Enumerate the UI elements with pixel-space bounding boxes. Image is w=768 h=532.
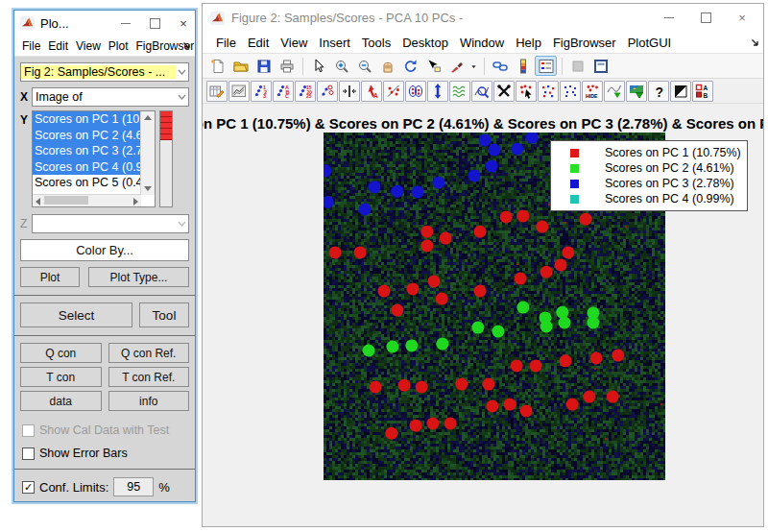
select-button[interactable]: Select (20, 302, 132, 327)
open-file-icon[interactable] (229, 56, 252, 76)
smooth-waves-icon[interactable] (449, 81, 470, 102)
divider (14, 295, 195, 296)
plotgui-titlebar[interactable]: Plo... × (14, 11, 195, 36)
menu-desktop[interactable]: Desktop (396, 34, 454, 52)
checkbox-checked-icon[interactable]: ✓ (22, 481, 35, 494)
view-table-icon[interactable] (206, 81, 228, 102)
scrollbar-thumb[interactable] (44, 196, 88, 205)
print-icon[interactable] (276, 56, 298, 76)
brush-icon[interactable] (445, 56, 468, 76)
scatter-classes-icon[interactable] (538, 81, 559, 102)
select-points-icon[interactable] (516, 81, 537, 102)
y-list-item[interactable]: Scores on PC 1 (10.75%) (33, 111, 141, 128)
x-axis-label: X (20, 87, 32, 104)
color-by-button[interactable]: Color By... (20, 239, 189, 261)
pan-icon[interactable] (376, 56, 398, 76)
selection-indicator-strip[interactable] (159, 110, 173, 207)
scale-y-icon[interactable] (427, 81, 448, 102)
maximize-button[interactable] (700, 12, 711, 24)
y-list-item[interactable]: Scores on PC 4 (0.99%) (33, 159, 141, 176)
axis-snap-icon[interactable] (339, 81, 360, 102)
figure-titlebar[interactable]: Figure 2: Samples/Scores - PCA 10 PCs - … (203, 4, 763, 32)
new-file-icon[interactable] (206, 56, 228, 76)
menu-edit[interactable]: Edit (44, 37, 72, 55)
class-split-icon[interactable] (383, 81, 404, 102)
close-button[interactable]: × (736, 12, 748, 24)
y-list-item[interactable]: Scores on PC 2 (4.61%) (33, 128, 141, 144)
q-con-ref-button[interactable]: Q con Ref. (108, 343, 190, 363)
minimize-button[interactable] (120, 17, 132, 29)
info-button[interactable]: info (108, 391, 190, 411)
data-cursor-icon[interactable] (422, 56, 444, 76)
scroll-down-icon[interactable] (144, 186, 152, 191)
menu-help[interactable]: Help (510, 34, 547, 52)
plot-legend[interactable]: Scores on PC 1 (10.75%)Scores on PC 2 (4… (550, 140, 748, 211)
y-list-item[interactable]: Scores on PC 5 (0.48%) (33, 175, 141, 191)
scroll-up-icon[interactable] (144, 115, 152, 120)
reduce-line-icon[interactable] (604, 81, 625, 102)
y-axis-listbox[interactable]: Scores on PC 1 (10.75%)Scores on PC 2 (4… (32, 110, 156, 207)
rotate-3d-icon[interactable] (399, 56, 421, 76)
plot-button[interactable]: Plot (20, 267, 80, 287)
divider (14, 335, 195, 336)
label-numbers-icon[interactable]: 123 (251, 81, 272, 102)
figure-selector-dropdown[interactable]: Fig 2: Samples/Scores - ... (20, 62, 189, 82)
scatter-points-icon[interactable] (560, 81, 581, 102)
scroll-left-icon[interactable] (36, 198, 40, 206)
menu-tools[interactable]: Tools (356, 34, 396, 52)
insert-legend-icon[interactable] (535, 56, 557, 76)
minimize-button[interactable] (663, 12, 675, 24)
class-assign-icon[interactable]: AB (692, 81, 713, 102)
close-button[interactable]: × (178, 17, 189, 29)
chevron-down-icon (176, 217, 188, 230)
plot-type-button[interactable]: Plot Type... (88, 267, 189, 287)
scroll-right-icon[interactable] (133, 198, 138, 206)
menu-file[interactable]: File (18, 37, 44, 55)
pointer-icon[interactable] (307, 56, 329, 76)
vertical-scrollbar[interactable] (140, 111, 155, 195)
peak-zoom-icon[interactable] (471, 81, 492, 102)
figure-window: Figure 2: Samples/Scores - PCA 10 PCs - … (202, 3, 764, 527)
q-con-button[interactable]: Q con (20, 343, 102, 363)
horizontal-scrollbar[interactable] (33, 194, 141, 206)
zoom-out-icon[interactable] (353, 56, 375, 76)
menu-window[interactable]: Window (454, 34, 510, 52)
maximize-button[interactable] (149, 17, 160, 29)
tool-button[interactable]: Tool (139, 302, 189, 327)
edit-plot-icon[interactable] (228, 81, 250, 102)
zoom-in-icon[interactable] (330, 56, 352, 76)
t-con-button[interactable]: T con (20, 367, 102, 387)
label-symbols-icon[interactable] (317, 81, 338, 102)
menu-plotgui[interactable]: PlotGUI (622, 34, 678, 52)
data-button[interactable]: data (20, 391, 102, 411)
link-plot-icon[interactable] (489, 56, 511, 76)
checkbox-icon[interactable] (22, 447, 35, 460)
annotate-pin-icon[interactable]: A (361, 81, 382, 102)
menu-view[interactable]: View (275, 34, 313, 52)
conf-limits-field[interactable]: 95 (113, 477, 154, 496)
menu-file[interactable]: File (210, 34, 242, 52)
reduce-image-icon[interactable] (626, 81, 647, 102)
show-error-bars-checkbox-row[interactable]: Show Error Bars (22, 444, 189, 463)
insert-colorbar-icon[interactable] (512, 56, 534, 76)
help-icon[interactable]: ? (648, 81, 669, 102)
class-ellipses-icon[interactable] (405, 81, 426, 102)
dock-figure-icon[interactable] (589, 56, 612, 76)
hide-excluded-icon[interactable]: HIDE (582, 81, 603, 102)
menu-figbrowser[interactable]: FigBrowser (547, 34, 622, 52)
menu-overflow-icon[interactable] (751, 36, 759, 50)
label-letters-icon[interactable]: ABC (273, 81, 294, 102)
y-list-item[interactable]: Scores on PC 3 (2.78%) (33, 143, 141, 159)
t-con-ref-button[interactable]: T con Ref. (108, 367, 190, 387)
menu-overflow-icon[interactable] (182, 39, 191, 53)
menu-edit[interactable]: Edit (242, 34, 275, 52)
menu-plot[interactable]: Plot (105, 37, 132, 55)
contrast-icon[interactable] (670, 81, 691, 102)
menu-insert[interactable]: Insert (313, 34, 356, 52)
label-values-icon[interactable]: 152025 (295, 81, 316, 102)
x-axis-dropdown[interactable]: Image of (32, 87, 189, 107)
save-icon[interactable] (252, 56, 275, 76)
brush-dropdown-icon[interactable] (468, 56, 479, 76)
tools-icon[interactable] (493, 81, 515, 102)
menu-view[interactable]: View (72, 37, 105, 55)
